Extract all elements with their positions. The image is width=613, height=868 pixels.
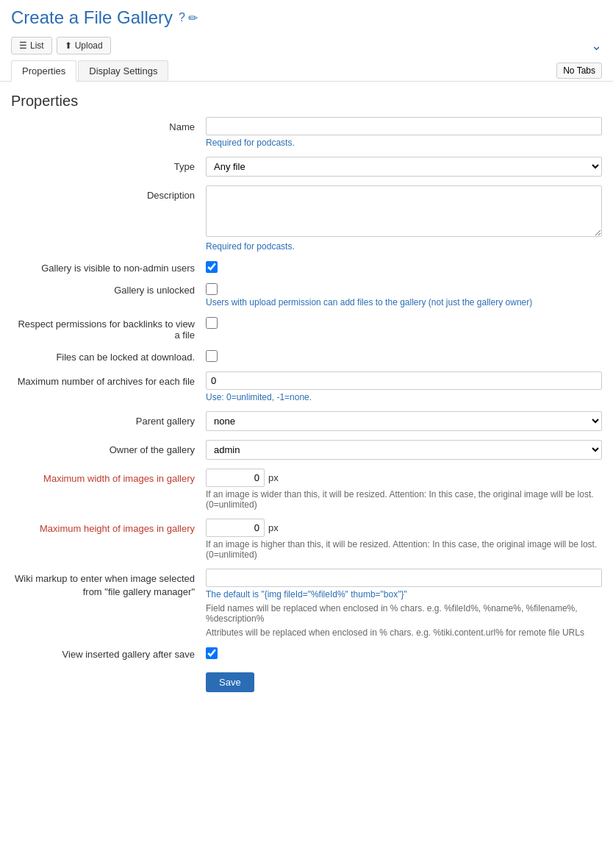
lock-row: Files can be locked at download. <box>11 349 602 363</box>
description-content: Required for podcasts. <box>206 185 602 252</box>
unlocked-hint: Users with upload permission can add fil… <box>206 297 602 307</box>
wiki-markup-default-hint: The default is "{img fileId="%fileId%" t… <box>206 589 602 600</box>
view-after-save-label: View inserted gallery after save <box>11 647 206 660</box>
unlocked-row: Gallery is unlocked Users with upload pe… <box>11 282 602 307</box>
parent-gallery-select[interactable]: none <box>206 411 602 431</box>
backlinks-label: Respect permissions for backlinks to vie… <box>11 316 206 341</box>
parent-gallery-label: Parent gallery <box>11 411 206 428</box>
lock-label: Files can be locked at download. <box>11 349 206 363</box>
max-archives-content: Use: 0=unlimited, -1=none. <box>206 371 602 402</box>
chevron-down-icon[interactable]: ⌄ <box>591 38 602 54</box>
save-content: Save <box>206 669 602 692</box>
type-select[interactable]: Any file Images Videos Audio Documents <box>206 157 602 177</box>
max-height-row: Maximum height of images in gallery px I… <box>11 519 602 560</box>
max-width-content: px If an image is wider than this, it wi… <box>206 469 602 510</box>
max-width-hint: If an image is wider than this, it will … <box>206 489 602 510</box>
wiki-markup-field-hint: Field names will be replaced when enclos… <box>206 603 602 624</box>
name-row: Name Required for podcasts. <box>11 117 602 148</box>
upload-icon: ⬆ <box>65 40 72 51</box>
unlocked-checkbox[interactable] <box>206 283 218 295</box>
tab-properties[interactable]: Properties <box>11 60 76 82</box>
max-width-input[interactable] <box>206 469 265 487</box>
max-archives-label: Maximum number of archives for each file <box>11 371 206 388</box>
view-after-save-row: View inserted gallery after save <box>11 647 602 660</box>
upload-label: Upload <box>75 40 103 51</box>
max-width-input-group: px <box>206 469 602 487</box>
type-row: Type Any file Images Videos Audio Docume… <box>11 157 602 177</box>
lock-checkbox[interactable] <box>206 350 218 362</box>
visible-label: Gallery is visible to non-admin users <box>11 260 206 274</box>
tabs-left: Properties Display Settings <box>11 60 170 81</box>
max-width-row: Maximum width of images in gallery px If… <box>11 469 602 510</box>
max-height-content: px If an image is higher than this, it w… <box>206 519 602 560</box>
list-button[interactable]: ☰ List <box>11 37 52 54</box>
description-row: Description Required for podcasts. <box>11 185 602 252</box>
type-label: Type <box>11 157 206 174</box>
max-width-px-label: px <box>268 472 279 483</box>
wiki-markup-input[interactable] <box>206 569 602 587</box>
max-height-label: Maximum height of images in gallery <box>11 519 206 536</box>
form-area: Name Required for podcasts. Type Any fil… <box>0 117 613 716</box>
backlinks-checkbox[interactable] <box>206 317 218 329</box>
description-hint: Required for podcasts. <box>206 241 602 252</box>
lock-content <box>206 349 602 362</box>
description-textarea[interactable] <box>206 185 602 237</box>
wiki-markup-row: Wiki markup to enter when image selected… <box>11 569 602 638</box>
name-input[interactable] <box>206 117 602 135</box>
save-button[interactable]: Save <box>206 672 254 692</box>
page-title: Create a File Gallery <box>11 7 173 28</box>
view-after-save-checkbox[interactable] <box>206 647 218 659</box>
tab-display-settings[interactable]: Display Settings <box>78 60 168 81</box>
tabs-bar: Properties Display Settings No Tabs <box>0 60 613 82</box>
name-hint: Required for podcasts. <box>206 138 602 148</box>
help-icon[interactable]: ? <box>179 11 185 24</box>
max-height-hint: If an image is higher than this, it will… <box>206 539 602 560</box>
properties-section-title: Properties <box>0 82 613 117</box>
upload-button[interactable]: ⬆ Upload <box>57 37 111 54</box>
parent-gallery-row: Parent gallery none <box>11 411 602 431</box>
max-height-px-label: px <box>268 522 279 533</box>
max-width-label: Maximum width of images in gallery <box>11 469 206 485</box>
list-icon: ☰ <box>19 40 27 51</box>
max-archives-row: Maximum number of archives for each file… <box>11 371 602 402</box>
save-row: Save <box>11 669 602 692</box>
owner-row: Owner of the gallery admin <box>11 440 602 460</box>
max-archives-input[interactable] <box>206 371 602 390</box>
unlocked-content: Users with upload permission can add fil… <box>206 282 602 307</box>
wiki-markup-content: The default is "{img fileId="%fileId%" t… <box>206 569 602 638</box>
owner-content: admin <box>206 440 602 460</box>
visible-content <box>206 260 602 273</box>
description-label: Description <box>11 185 206 202</box>
name-content: Required for podcasts. <box>206 117 602 148</box>
wiki-markup-label: Wiki markup to enter when image selected… <box>11 569 206 599</box>
view-after-save-content <box>206 647 602 659</box>
max-height-input[interactable] <box>206 519 265 537</box>
parent-gallery-content: none <box>206 411 602 431</box>
backlinks-content <box>206 316 602 329</box>
name-label: Name <box>11 117 206 134</box>
no-tabs-button[interactable]: No Tabs <box>556 63 602 79</box>
toolbar-left: ☰ List ⬆ Upload <box>11 37 111 54</box>
save-label-spacer <box>11 669 206 672</box>
max-archives-hint: Use: 0=unlimited, -1=none. <box>206 392 602 402</box>
list-label: List <box>30 40 44 51</box>
visible-checkbox[interactable] <box>206 261 218 273</box>
toolbar: ☰ List ⬆ Upload ⌄ <box>0 34 613 60</box>
owner-select[interactable]: admin <box>206 440 602 460</box>
edit-icon[interactable]: ✏ <box>188 11 198 25</box>
wiki-markup-attr-hint: Attributes will be replaced when enclose… <box>206 627 602 638</box>
owner-label: Owner of the gallery <box>11 440 206 457</box>
unlocked-label: Gallery is unlocked <box>11 282 206 296</box>
backlinks-row: Respect permissions for backlinks to vie… <box>11 316 602 341</box>
page-header: Create a File Gallery ? ✏ <box>0 0 613 34</box>
type-content: Any file Images Videos Audio Documents <box>206 157 602 177</box>
visible-row: Gallery is visible to non-admin users <box>11 260 602 274</box>
max-height-input-group: px <box>206 519 602 537</box>
